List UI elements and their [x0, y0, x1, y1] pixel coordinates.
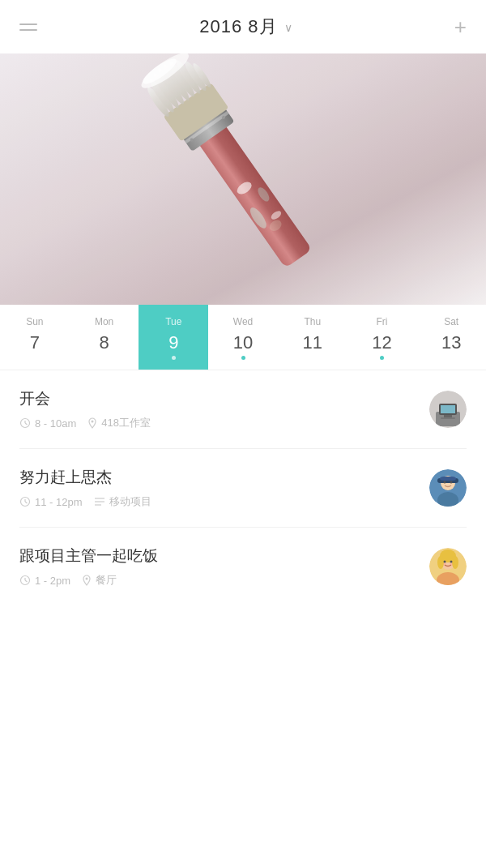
time-text: 8 - 10am: [35, 417, 76, 430]
event-meta: 1 - 2pm餐厅: [19, 573, 429, 588]
event-dot: [380, 356, 384, 360]
location-icon: [87, 417, 97, 429]
event-time: 1 - 2pm: [19, 575, 70, 587]
calendar-day-9[interactable]: Tue9: [139, 305, 208, 370]
day-name: Tue: [165, 316, 181, 327]
svg-rect-31: [441, 405, 455, 413]
event-meta: 11 - 12pm移动项目: [19, 494, 429, 509]
svg-rect-32: [444, 415, 452, 417]
event-avatar: [429, 391, 467, 428]
svg-point-45: [444, 481, 446, 484]
location-text: 移动项目: [109, 494, 151, 509]
paintbrush-illustration: [0, 53, 486, 305]
chevron-down-icon: ∨: [284, 21, 292, 34]
event-details: 努力赶上思杰11 - 12pm移动项目: [19, 467, 429, 509]
day-number: 13: [441, 334, 461, 352]
day-name: Wed: [233, 316, 253, 327]
svg-point-58: [450, 561, 453, 563]
clock-icon: [19, 417, 31, 429]
event-details: 开会8 - 10am418工作室: [19, 388, 429, 430]
event-time: 11 - 12pm: [19, 496, 83, 508]
time-text: 11 - 12pm: [35, 496, 83, 508]
svg-point-56: [452, 556, 458, 569]
event-dot: [172, 356, 176, 360]
list-icon: [94, 497, 105, 507]
svg-point-60: [450, 563, 453, 565]
calendar-day-7[interactable]: Sun7: [0, 305, 70, 370]
svg-point-59: [443, 563, 446, 565]
event-avatar: [429, 548, 467, 585]
calendar-strip: Sun7Mon8Tue9Wed10Thu11Fri12Sat13: [0, 305, 486, 370]
day-number: 10: [233, 334, 253, 352]
event-item-2[interactable]: 跟项目主管一起吃饭1 - 2pm餐厅: [19, 528, 467, 605]
svg-point-27: [92, 421, 94, 423]
app-header: 2016 8月 ∨ +: [0, 0, 486, 53]
svg-line-49: [25, 580, 28, 582]
time-text: 1 - 2pm: [35, 575, 70, 587]
calendar-day-12[interactable]: Fri12: [347, 305, 417, 370]
day-number: 9: [168, 334, 178, 352]
event-time: 8 - 10am: [19, 417, 76, 430]
calendar-day-11[interactable]: Thu11: [278, 305, 347, 370]
location-text: 418工作室: [101, 416, 151, 430]
event-item-0[interactable]: 开会8 - 10am418工作室: [19, 370, 467, 449]
day-name: Sun: [26, 316, 43, 327]
day-name: Mon: [95, 316, 113, 327]
event-title: 跟项目主管一起吃饭: [19, 545, 429, 567]
event-title: 开会: [19, 388, 429, 409]
day-number: 12: [372, 334, 391, 352]
location-text: 餐厅: [96, 573, 117, 588]
svg-line-36: [25, 502, 28, 503]
calendar-day-10[interactable]: Wed10: [208, 305, 278, 370]
clock-icon: [19, 575, 31, 586]
month-title-wrap[interactable]: 2016 8月 ∨: [199, 15, 292, 39]
calendar-day-13[interactable]: Sat13: [416, 305, 486, 370]
event-meta: 8 - 10am418工作室: [19, 416, 429, 430]
event-title: 努力赶上思杰: [19, 467, 429, 488]
event-dot: [241, 356, 245, 360]
location-icon: [82, 575, 92, 586]
calendar-day-8[interactable]: Mon8: [70, 305, 139, 370]
day-number: 7: [30, 334, 40, 352]
day-name: Fri: [376, 316, 387, 327]
svg-rect-44: [440, 477, 456, 481]
hero-image: [0, 53, 486, 305]
menu-button[interactable]: [19, 24, 37, 31]
events-list: 开会8 - 10am418工作室 努力赶上思杰11 - 12pm移动项目 跟项目…: [0, 370, 486, 605]
day-number: 11: [302, 334, 322, 352]
svg-point-55: [437, 556, 444, 569]
add-event-button[interactable]: +: [454, 16, 467, 37]
svg-point-57: [444, 561, 446, 563]
event-avatar: [429, 469, 467, 507]
day-name: Sat: [444, 316, 458, 327]
event-location: 418工作室: [87, 416, 151, 430]
svg-line-26: [25, 423, 28, 425]
event-details: 跟项目主管一起吃饭1 - 2pm餐厅: [19, 545, 429, 588]
svg-rect-33: [441, 417, 455, 419]
event-location: 餐厅: [82, 573, 117, 588]
month-title: 2016 8月: [199, 15, 277, 39]
clock-icon: [19, 496, 31, 507]
svg-point-46: [450, 481, 453, 484]
day-name: Thu: [304, 316, 321, 327]
day-number: 8: [99, 334, 109, 352]
event-location: 移动项目: [94, 494, 151, 509]
event-item-1[interactable]: 努力赶上思杰11 - 12pm移动项目: [19, 449, 467, 528]
svg-point-50: [86, 578, 88, 580]
